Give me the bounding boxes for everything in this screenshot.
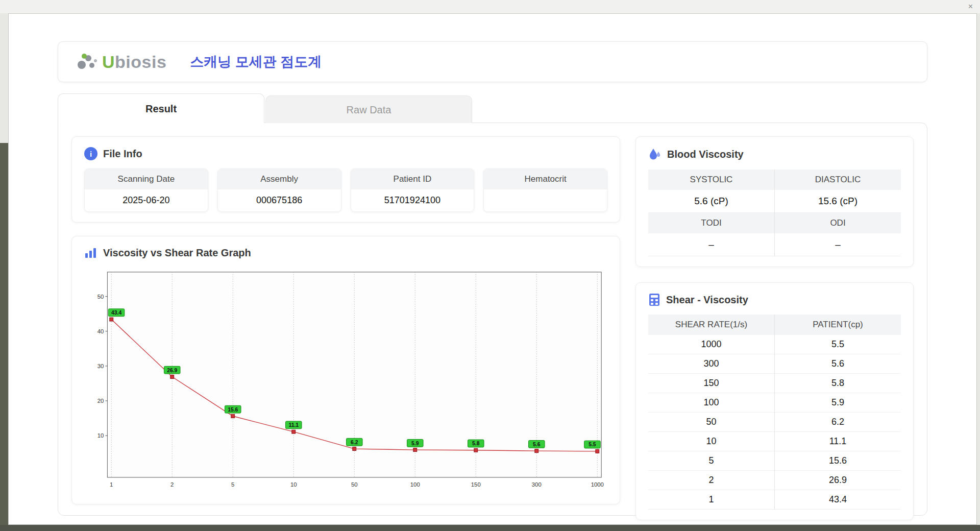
field-value: 2025-06-20: [85, 189, 208, 211]
blood-viscosity-header: Blood Viscosity: [648, 147, 901, 161]
cell-patient: 5.5: [774, 335, 901, 354]
graph-title: Viscosity vs Shear Rate Graph: [103, 247, 251, 259]
file-info-title: File Info: [103, 148, 142, 160]
field-assembly: Assembly 000675186: [217, 168, 341, 212]
blood-viscosity-card: Blood Viscosity SYSTOLIC DIASTOLIC 5.6 (…: [635, 136, 914, 267]
table-row: 1 43.4: [648, 490, 901, 510]
blood-viscosity-title: Blood Viscosity: [667, 149, 744, 160]
systolic-value: 5.6 (cP): [648, 190, 774, 213]
logo-letter-u: U: [102, 52, 115, 71]
shear-viscosity-title: Shear - Viscosity: [666, 294, 748, 306]
logo-icon: [76, 52, 99, 72]
logo-rest: biosis: [115, 52, 166, 71]
table-header-row: SYSTOLIC DIASTOLIC: [648, 170, 901, 190]
field-value: 51701924100: [351, 189, 474, 211]
file-info-card: i File Info Scanning Date 2025-06-20 Ass…: [71, 136, 620, 223]
right-column: Blood Viscosity SYSTOLIC DIASTOLIC 5.6 (…: [635, 136, 914, 502]
cell-shear: 150: [648, 374, 774, 393]
cell-shear: 1: [648, 490, 774, 510]
cell-patient: 11.1: [774, 432, 901, 451]
info-icon: i: [84, 147, 97, 160]
odi-label: ODI: [774, 213, 901, 233]
field-patient-id: Patient ID 51701924100: [351, 168, 475, 212]
svg-text:5.8: 5.8: [472, 441, 480, 446]
page-title: 스캐닝 모세관 점도계: [190, 53, 322, 71]
viscosity-chart: 12510501001503001000102030405043.426.915…: [84, 267, 607, 494]
svg-text:43.4: 43.4: [111, 310, 121, 316]
svg-text:5: 5: [231, 481, 234, 488]
file-info-header: i File Info: [84, 147, 607, 160]
svg-text:5.5: 5.5: [589, 442, 596, 447]
col-patient: PATIENT(cp): [774, 315, 901, 335]
shear-viscosity-table: SHEAR RATE(1/s) PATIENT(cp) 1000 5.5 300…: [648, 315, 901, 510]
cell-shear: 10: [648, 432, 774, 451]
table-row: 100 5.9: [648, 393, 901, 413]
table-row: 5 15.6: [648, 451, 901, 471]
cell-shear: 2: [648, 471, 774, 490]
table-row: 1000 5.5: [648, 335, 901, 354]
calculator-icon: [648, 293, 660, 306]
field-scanning-date: Scanning Date 2025-06-20: [84, 168, 208, 212]
table-row: 5.6 (cP) 15.6 (cP): [648, 190, 901, 213]
desktop-background: [0, 525, 980, 531]
diastolic-label: DIASTOLIC: [774, 170, 901, 190]
blood-viscosity-table: SYSTOLIC DIASTOLIC 5.6 (cP) 15.6 (cP) TO…: [648, 170, 901, 256]
field-label: Assembly: [218, 169, 341, 189]
cell-patient: 26.9: [774, 471, 901, 490]
svg-text:5.9: 5.9: [411, 441, 419, 446]
todi-value: –: [648, 233, 774, 256]
svg-text:11.1: 11.1: [288, 422, 299, 428]
todi-label: TODI: [648, 213, 774, 233]
svg-text:100: 100: [410, 481, 420, 488]
svg-text:50: 50: [351, 481, 358, 488]
svg-text:20: 20: [97, 398, 104, 404]
cell-shear: 100: [648, 393, 774, 413]
cell-shear: 300: [648, 354, 774, 374]
graph-card: Viscosity vs Shear Rate Graph 1251050100…: [71, 236, 620, 504]
field-label: Patient ID: [351, 169, 474, 189]
cell-patient: 5.6: [774, 354, 901, 374]
col-shear-rate: SHEAR RATE(1/s): [648, 315, 774, 335]
tab-result[interactable]: Result: [58, 93, 264, 123]
table-header-row: TODI ODI: [648, 213, 901, 233]
table-row: 2 26.9: [648, 471, 901, 490]
svg-text:50: 50: [97, 294, 104, 300]
diastolic-value: 15.6 (cP): [774, 190, 901, 213]
tab-raw-data[interactable]: Raw Data: [265, 95, 472, 123]
svg-text:6.2: 6.2: [351, 440, 358, 445]
shear-viscosity-header: Shear - Viscosity: [648, 293, 901, 306]
shear-viscosity-card: Shear - Viscosity SHEAR RATE(1/s) PATIEN…: [635, 282, 914, 520]
header: Ubiosis 스캐닝 모세관 점도계: [58, 41, 927, 82]
bar-chart-icon: [84, 247, 97, 259]
table-row: 150 5.8: [648, 374, 901, 393]
svg-text:5.6: 5.6: [533, 442, 541, 447]
svg-text:30: 30: [97, 363, 104, 369]
content-panel: i File Info Scanning Date 2025-06-20 Ass…: [58, 123, 927, 516]
field-value: 000675186: [218, 189, 341, 211]
svg-text:2: 2: [170, 481, 174, 488]
cell-patient: 5.9: [774, 393, 901, 413]
table-row: 10 11.1: [648, 432, 901, 451]
app-window: Ubiosis 스캐닝 모세관 점도계 Result Raw Data i Fi…: [8, 13, 977, 525]
table-row: 50 6.2: [648, 413, 901, 432]
file-info-fields: Scanning Date 2025-06-20 Assembly 000675…: [84, 168, 607, 212]
svg-text:26.9: 26.9: [167, 368, 177, 373]
svg-text:1: 1: [110, 481, 113, 488]
field-value: [484, 189, 607, 211]
graph-header: Viscosity vs Shear Rate Graph: [84, 247, 607, 259]
logo-text: Ubiosis: [102, 52, 166, 72]
desktop-background: [0, 143, 8, 531]
table-row: 300 5.6: [648, 354, 901, 374]
cell-shear: 5: [648, 451, 774, 471]
cell-shear: 50: [648, 413, 774, 432]
table-header-row: SHEAR RATE(1/s) PATIENT(cp): [648, 315, 901, 335]
left-column: i File Info Scanning Date 2025-06-20 Ass…: [71, 136, 620, 502]
svg-text:15.6: 15.6: [228, 407, 238, 413]
table-row: – –: [648, 233, 901, 256]
cell-patient: 43.4: [774, 490, 901, 510]
tab-bar: Result Raw Data: [58, 93, 927, 123]
close-icon[interactable]: ×: [968, 2, 973, 12]
cell-shear: 1000: [648, 335, 774, 354]
cell-patient: 5.8: [774, 374, 901, 393]
svg-text:1000: 1000: [591, 481, 604, 488]
